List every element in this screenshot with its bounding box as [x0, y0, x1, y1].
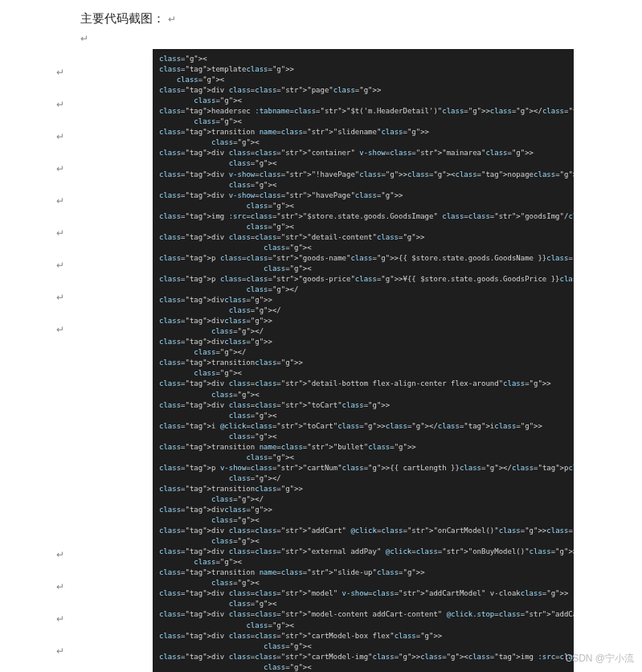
- margin-markers: ↵↵↵↵: [56, 539, 64, 667]
- margin-markers: ↵↵↵↵↵↵↵↵↵: [56, 56, 64, 346]
- blank-line: ↵: [80, 33, 594, 44]
- heading-text: 主要代码截图：: [80, 11, 165, 25]
- code-screenshot: class="g"><class="tag">templateclass="g"…: [153, 49, 574, 672]
- watermark: CSDN @宁小流: [565, 652, 634, 666]
- heading-main-code: 主要代码截图：↵: [80, 11, 594, 27]
- para-marker: ↵: [168, 14, 176, 25]
